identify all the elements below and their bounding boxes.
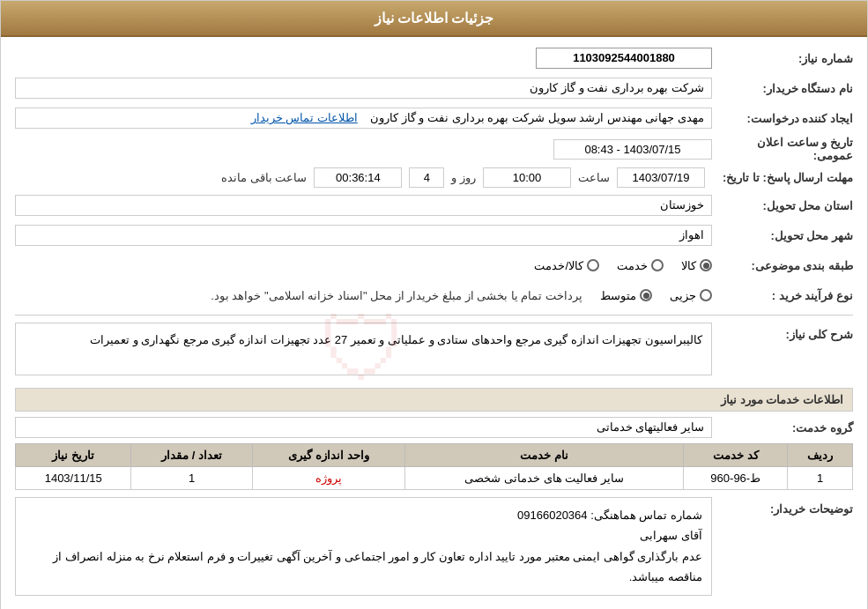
radio-motavsat[interactable]	[640, 289, 652, 301]
cell-qty: 1	[131, 467, 252, 490]
col-unit: واحد اندازه گیری	[252, 444, 404, 467]
service-group-value: سایر فعالیتهای خدماتی	[15, 417, 712, 438]
cell-date: 1403/11/15	[16, 467, 131, 490]
buyer-notes-label: توضیحات خریدار:	[712, 497, 853, 516]
col-qty: تعداد / مقدار	[131, 444, 252, 467]
category-options: کالا خدمت کالا/خدمت	[534, 259, 712, 272]
description-value: 🛡 کالیبراسیون تجهیزات اندازه گیری مرجع و…	[15, 323, 712, 375]
creator-label: ایجاد کننده درخواست:	[712, 112, 853, 125]
radio-khedmat[interactable]	[651, 259, 664, 271]
response-deadline-row: مهلت ارسال پاسخ: تا تاریخ: 1403/07/19 سا…	[15, 167, 853, 188]
process-note: پرداخت تمام یا بخشی از مبلغ خریدار از مح…	[15, 289, 582, 302]
category-kala-khedmat: کالا/خدمت	[534, 259, 599, 272]
jozee-label: جزیی	[670, 289, 696, 302]
deadline-remaining: 00:36:14	[314, 167, 402, 188]
days-label: روز و	[451, 171, 476, 184]
time-label: ساعت	[578, 171, 610, 184]
buyer-notes-row: توضیحات خریدار: شماره تماس هماهنگی: 0916…	[15, 497, 853, 603]
creator-name: مهدی جهانی مهندس ارشد سویل شرکت بهره برد…	[370, 111, 704, 124]
table-row: 1 ط-96-960 سایر فعالیت های خدماتی شخصی پ…	[16, 467, 853, 490]
buyer-note-line-2: آقای سهرابی	[25, 525, 702, 546]
remaining-label: ساعت باقی مانده	[221, 171, 307, 184]
category-row: طبقه بندی موضوعی: کالا خدمت کالا/خدمت	[15, 253, 853, 278]
city-label: شهر محل تحویل:	[712, 229, 853, 242]
process-type-label: نوع فرآیند خرید :	[712, 289, 853, 302]
description-row: شرح کلی نیاز: 🛡 کالیبراسیون تجهیزات اندا…	[15, 323, 853, 381]
announce-date-row: تاریخ و ساعت اعلان عمومی: 1403/07/15 - 0…	[15, 136, 853, 162]
khedmat-label: خدمت	[617, 259, 648, 272]
process-type-row: نوع فرآیند خرید : جزیی متوسط پرداخت تمام…	[15, 283, 853, 308]
cell-unit: پروژه	[252, 467, 404, 490]
city-value: اهواز	[15, 225, 712, 246]
need-number-row: شماره نیاز: 1103092544001880	[15, 46, 853, 71]
main-content: شماره نیاز: 1103092544001880 نام دستگاه …	[1, 37, 867, 609]
page-header: جزئیات اطلاعات نیاز	[1, 1, 867, 37]
process-motavsat: متوسط	[600, 289, 652, 302]
services-table-section: ردیف کد خدمت نام خدمت واحد اندازه گیری ت…	[15, 443, 853, 490]
deadline-time: 10:00	[483, 167, 571, 188]
radio-jozee[interactable]	[700, 289, 712, 301]
col-date: تاریخ نیاز	[16, 444, 131, 467]
category-label: طبقه بندی موضوعی:	[712, 259, 853, 272]
announce-date-value: 1403/07/15 - 08:43	[553, 139, 712, 160]
col-name: نام خدمت	[405, 444, 684, 467]
process-options: جزیی متوسط پرداخت تمام یا بخشی از مبلغ خ…	[15, 289, 712, 302]
need-number-value: 1103092544001880	[536, 48, 712, 69]
col-code: کد خدمت	[684, 444, 788, 467]
radio-kala[interactable]	[700, 259, 712, 271]
cell-code: ط-96-960	[684, 467, 788, 490]
radio-kala-khedmat[interactable]	[587, 259, 599, 271]
table-header-row: ردیف کد خدمت نام خدمت واحد اندازه گیری ت…	[16, 444, 853, 467]
response-deadline-label: مهلت ارسال پاسخ: تا تاریخ:	[712, 171, 853, 184]
page-wrapper: جزئیات اطلاعات نیاز شماره نیاز: 11030925…	[0, 0, 868, 609]
buyer-note-line-3: عدم بارگذاری گواهی ایمنی معتبر مورد تایی…	[25, 546, 702, 588]
province-row: استان محل تحویل: خوزستان	[15, 193, 853, 218]
motavsat-label: متوسط	[600, 289, 636, 302]
kala-khedmat-label: کالا/خدمت	[534, 259, 583, 272]
kala-label: کالا	[681, 259, 696, 272]
creator-row: ایجاد کننده درخواست: مهدی جهانی مهندس ار…	[15, 106, 853, 130]
buyer-notes-content: شماره تماس هماهنگی: 09166020364 آقای سهر…	[15, 497, 712, 596]
contact-link[interactable]: اطلاعات تماس خریدار	[251, 111, 358, 124]
services-section-title: اطلاعات خدمات مورد نیاز	[15, 388, 853, 412]
divider-1	[15, 315, 853, 316]
buyer-note-line-1: شماره تماس هماهنگی: 09166020364	[25, 505, 702, 525]
province-value: خوزستان	[15, 195, 712, 216]
deadline-date: 1403/07/19	[617, 167, 705, 188]
deadline-days: 4	[409, 167, 444, 188]
process-jozee: جزیی	[670, 289, 712, 302]
need-number-label: شماره نیاز:	[712, 52, 853, 65]
buyer-org-row: نام دستگاه خریدار: شرکت بهره برداری نفت …	[15, 76, 853, 100]
cell-name: سایر فعالیت های خدماتی شخصی	[405, 467, 684, 490]
col-row-num: ردیف	[788, 444, 853, 467]
service-group-row: گروه خدمت: سایر فعالیتهای خدماتی	[15, 417, 853, 438]
buyer-org-value: شرکت بهره برداری نفت و گاز کارون	[15, 78, 712, 99]
city-row: شهر محل تحویل: اهواز	[15, 223, 853, 248]
category-kala: کالا	[681, 259, 712, 272]
description-label: شرح کلی نیاز:	[712, 323, 853, 341]
service-group-label: گروه خدمت:	[712, 421, 853, 434]
category-khedmat: خدمت	[617, 259, 664, 272]
services-table: ردیف کد خدمت نام خدمت واحد اندازه گیری ت…	[15, 443, 853, 490]
buyer-org-label: نام دستگاه خریدار:	[712, 82, 853, 95]
cell-row-num: 1	[788, 467, 853, 490]
page-title: جزئیات اطلاعات نیاز	[375, 11, 494, 26]
announce-date-label: تاریخ و ساعت اعلان عمومی:	[712, 136, 853, 162]
province-label: استان محل تحویل:	[712, 199, 853, 212]
creator-value: مهدی جهانی مهندس ارشد سویل شرکت بهره برد…	[15, 108, 712, 129]
description-text: کالیبراسیون تجهیزات اندازه گیری مرجع واح…	[90, 333, 702, 346]
